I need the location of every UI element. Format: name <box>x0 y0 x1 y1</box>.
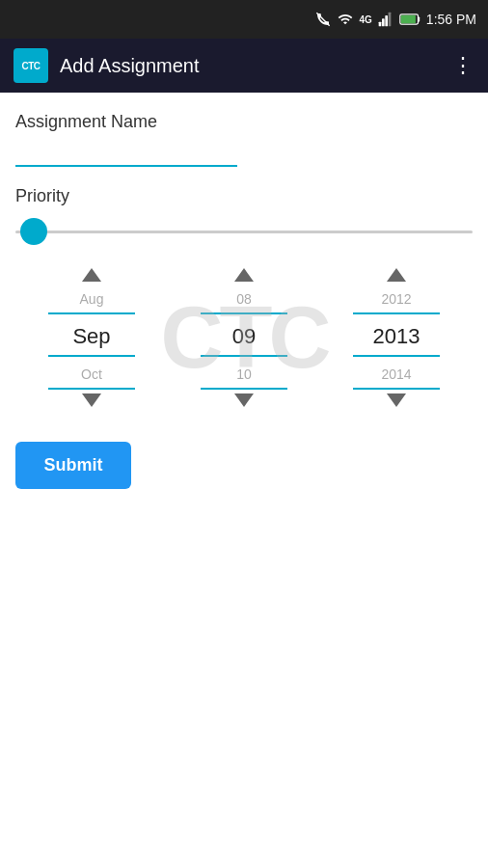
month-selected: Sep <box>48 318 135 357</box>
day-down-arrow[interactable] <box>234 393 254 407</box>
toolbar-title: Add Assignment <box>60 55 441 77</box>
priority-label: Priority <box>15 186 473 206</box>
assignment-name-label: Assignment Name <box>15 112 473 132</box>
svg-rect-1 <box>379 22 382 27</box>
year-column: 2012 2013 2014 <box>353 268 440 407</box>
priority-slider-container <box>15 218 473 245</box>
priority-slider-track[interactable] <box>15 231 473 233</box>
assignment-name-input[interactable] <box>15 140 237 167</box>
status-bar: 4G 1:56 PM <box>0 0 488 39</box>
year-prev: 2012 <box>353 285 440 314</box>
network-icon: 4G <box>360 14 372 25</box>
svg-rect-6 <box>401 15 416 23</box>
priority-slider-thumb[interactable] <box>20 218 47 245</box>
year-up-arrow[interactable] <box>387 268 406 282</box>
svg-rect-2 <box>382 18 385 26</box>
year-selected: 2013 <box>353 318 440 357</box>
submit-button[interactable]: Submit <box>15 442 131 489</box>
date-picker: CTC Aug Sep Oct 08 09 10 2012 2013 2014 <box>15 268 473 407</box>
day-column: 08 09 10 <box>201 268 287 407</box>
status-icons: 4G 1:56 PM <box>315 12 476 27</box>
month-down-arrow[interactable] <box>82 393 101 407</box>
toolbar: CTC Add Assignment ⋮ <box>0 39 488 93</box>
month-up-arrow[interactable] <box>82 268 101 282</box>
year-next: 2014 <box>353 361 440 390</box>
no-call-icon <box>315 12 331 27</box>
wifi-icon <box>337 12 354 27</box>
day-up-arrow[interactable] <box>234 268 254 282</box>
toolbar-logo: CTC <box>14 48 48 83</box>
month-next: Oct <box>48 361 135 390</box>
battery-icon <box>399 13 420 26</box>
day-next: 10 <box>201 361 287 390</box>
year-down-arrow[interactable] <box>387 393 406 407</box>
month-prev: Aug <box>48 285 135 314</box>
svg-line-0 <box>316 13 329 25</box>
svg-rect-7 <box>418 16 420 21</box>
signal-icon <box>378 12 393 27</box>
status-time: 1:56 PM <box>426 12 476 27</box>
day-selected: 09 <box>201 318 287 357</box>
main-content: Assignment Name Priority CTC Aug Sep Oct… <box>0 93 488 508</box>
month-column: Aug Sep Oct <box>48 268 135 407</box>
toolbar-menu-button[interactable]: ⋮ <box>452 53 474 78</box>
svg-rect-3 <box>385 15 388 26</box>
day-prev: 08 <box>201 285 287 314</box>
svg-rect-4 <box>389 13 392 27</box>
